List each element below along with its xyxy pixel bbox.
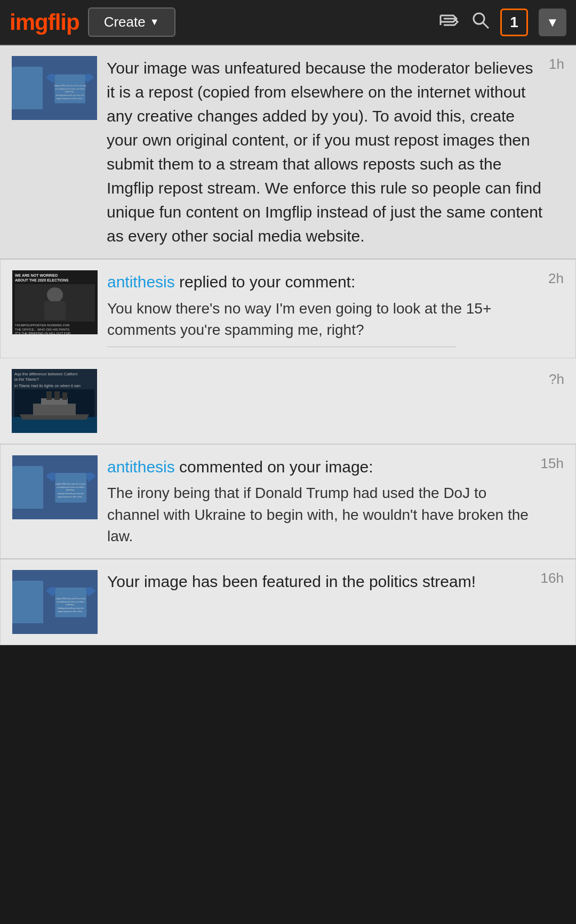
notification-content: antithesis commented on your image: The … [107,455,564,548]
svg-text:imgflip (PRE) Now that HV corr: imgflip (PRE) Now that HV correctly [55,598,85,600]
notification-thumbnail: WE ARE NOT WORRIED ABOUT THE 2020 ELECTI… [12,270,98,334]
logo-text-accent: flip [48,10,79,35]
svg-text:#lastdayofusa tells you shot t: #lastdayofusa tells you shot the [57,493,83,495]
svg-text:#lastdayofusa tells you shot t: #lastdayofusa tells you shot the [55,94,84,97]
svg-text:IT'S THE BRIEFING IN HILL OUT : IT'S THE BRIEFING IN HILL OUT FOR [15,332,71,334]
notification-badge[interactable]: 1 [500,9,528,36]
notification-text-block: Your image has been featured in the poli… [107,570,535,593]
create-label: Create [104,14,146,30]
reply-username[interactable]: antithesis [107,273,175,291]
svg-text:TRUMPSUPPORTER RUNNING FOR: TRUMPSUPPORTER RUNNING FOR [15,324,70,327]
create-dropdown-arrow: ▼ [150,17,159,28]
notification-divider [107,347,456,347]
notification-thumbnail: Aqs the difference between Californ ia t… [12,369,97,433]
notification-time: 2h [548,270,564,287]
notification-unfeatured[interactable]: imgflip (PRE) Now that HV correctly most… [0,45,576,259]
notification-time: 1h [549,56,564,248]
svg-text:WE ARE NOT WORRIED: WE ARE NOT WORRIED [15,274,58,277]
header-icons: 1 ▼ [439,9,566,36]
svg-text:imgpt inspections offer a shot: imgpt inspections offer a shot... [57,610,83,613]
logo-text-main: img [10,10,48,35]
svg-text:ABOUT THE 2020 ELECTIONS: ABOUT THE 2020 ELECTIONS [15,278,69,282]
notification-thumbnail: imgflip (PRE) Now that HV correctly most… [12,455,98,519]
app-header: imgflip Create ▼ 1 ▼ [0,0,576,45]
svg-rect-28 [54,391,60,400]
svg-text:Aqs the difference between Cal: Aqs the difference between Californ [14,372,78,376]
svg-text:regarding...: regarding... [66,489,75,491]
notif-count: 1 [510,14,518,31]
notification-time: ?h [549,371,564,433]
svg-rect-27 [46,391,52,400]
logo[interactable]: imgflip [10,10,79,35]
svg-text:most fighting the chine out ed: most fighting the chine out edition [57,486,84,488]
notification-featured[interactable]: imgflip (PRE) Now that HV correctly most… [0,559,576,645]
reply-action-text: replied to your comment: [179,273,355,291]
notification-text-block: antithesis replied to your comment: You … [107,270,543,347]
svg-point-14 [47,287,63,302]
comment-main-text: antithesis commented on your image: [107,455,535,479]
notification-content: Your image has been featured in the poli… [107,570,564,634]
svg-text:imgpt inspections offer a shot: imgpt inspections offer a shot... [55,98,84,100]
notification-comment[interactable]: imgflip (PRE) Now that HV correctly most… [0,444,576,559]
svg-text:regarding...: regarding... [66,604,75,606]
notification-content: antithesis replied to your comment: You … [107,270,564,347]
svg-text:#lastdayofusa tells you shot t: #lastdayofusa tells you shot the [57,607,83,609]
notifications-list: imgflip (PRE) Now that HV correctly most… [0,45,576,645]
shuffle-icon[interactable] [439,12,461,33]
svg-rect-15 [44,301,66,320]
featured-message: Your image has been featured in the poli… [107,570,535,593]
profile-dropdown-button[interactable]: ▼ [539,9,566,36]
notification-reply[interactable]: WE ARE NOT WORRIED ABOUT THE 2020 ELECTI… [0,259,576,358]
reply-main-text: antithesis replied to your comment: [107,270,543,294]
notification-partial[interactable]: Aqs the difference between Californ ia t… [0,358,576,444]
unfeatured-message: Your image was unfeatured because the mo… [107,56,543,248]
notification-text-block: antithesis commented on your image: The … [107,455,535,548]
comment-username[interactable]: antithesis [107,458,175,476]
svg-text:THE OFFICE... WHO DID HIS PANT: THE OFFICE... WHO DID HIS PANTS [15,328,69,331]
svg-text:in Titanic had its lights on w: in Titanic had its lights on when it san [14,383,81,388]
search-icon[interactable] [471,11,490,34]
reply-sub-text: You know there's no way I'm even going t… [107,298,543,341]
svg-rect-25 [33,404,76,415]
svg-rect-29 [62,392,67,400]
comment-action-text: commented on your image: [179,458,373,476]
svg-text:ia the Titanic?: ia the Titanic? [14,377,39,382]
svg-line-2 [483,23,489,28]
notification-time: 15h [541,455,564,472]
svg-text:regarding...: regarding... [65,91,75,93]
svg-text:most fighting the chine out ed: most fighting the chine out edition [57,601,84,603]
svg-text:imgpt inspections offer a shot: imgpt inspections offer a shot... [57,496,83,498]
notification-time: 16h [541,570,564,586]
notification-thumbnail: imgflip (PRE) Now that HV correctly most… [12,570,98,634]
comment-sub-text: The irony being that if Donald Trump had… [107,483,535,548]
svg-text:imgflip (PRE) Now that HV corr: imgflip (PRE) Now that HV correctly [53,85,86,87]
svg-text:most fighting the chine out ed: most fighting the chine out edition [54,88,85,90]
dropdown-arrow-icon: ▼ [546,15,559,30]
create-button[interactable]: Create ▼ [88,7,175,37]
svg-text:imgflip (PRE) Now that HV corr: imgflip (PRE) Now that HV correctly [55,483,85,485]
svg-point-1 [474,13,484,24]
notification-text-area: Your image was unfeatured because the mo… [107,56,543,248]
notification-thumbnail: imgflip (PRE) Now that HV correctly most… [12,56,97,120]
